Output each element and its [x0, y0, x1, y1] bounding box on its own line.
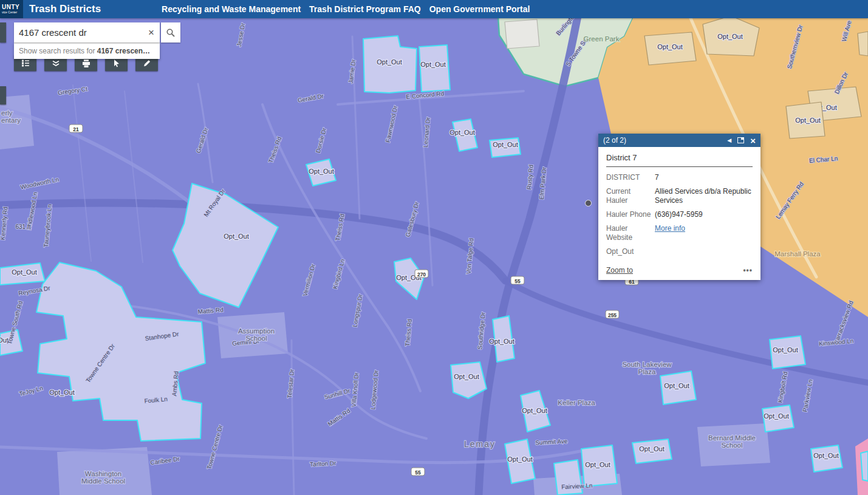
- optout-label: Opt_Out: [12, 268, 37, 276]
- popup-pager: (2 of 2): [603, 136, 721, 145]
- place-label: Green Park: [584, 35, 620, 43]
- search-box: ×: [14, 22, 160, 43]
- clear-search-icon[interactable]: ×: [143, 22, 160, 43]
- optout-label: Opt_Out: [657, 43, 683, 50]
- optout-label: Opt_Out: [309, 168, 334, 175]
- optout-label: Opt_Out: [420, 61, 446, 68]
- county-logo: UNTY vice Center: [0, 0, 23, 18]
- optout-label: Opt_Out: [773, 346, 798, 353]
- search-input[interactable]: [14, 27, 143, 38]
- popup-field-row: Hauler Phone (636)947-5959: [606, 210, 753, 219]
- popup-field-row: Hauler Website More info: [606, 224, 753, 242]
- optout-parcel[interactable]: [419, 45, 450, 92]
- optout-label: Opt_Out: [764, 412, 789, 420]
- print-icon: [81, 58, 91, 68]
- collapsed-widget-tab[interactable]: [0, 86, 6, 104]
- popup-menu-ellipsis-icon[interactable]: •••: [743, 266, 753, 275]
- app-header: UNTY vice Center Trash Districts Recycli…: [0, 0, 868, 18]
- optout-label: Opt_Out: [585, 461, 610, 468]
- optout-label: Opt_Out: [507, 456, 533, 463]
- field-label: Hauler Phone: [606, 210, 655, 219]
- popup-close-button[interactable]: ×: [750, 136, 756, 145]
- search-suggestion[interactable]: Show search results for 4167 crescen…: [14, 43, 160, 59]
- optout-label: Opt_Out: [717, 33, 743, 40]
- legend-icon: [21, 58, 30, 68]
- popup-body: District 7 DISTRICT 7 Current Hauler All…: [598, 147, 760, 280]
- pencil-icon: [142, 58, 152, 68]
- place-label: Lemay: [464, 439, 496, 449]
- highway-shield-label: 255: [608, 312, 617, 318]
- optout-parcel[interactable]: [861, 451, 868, 481]
- nav-link-faq[interactable]: Trash District Program FAQ: [309, 4, 421, 14]
- popup-field-row: Current Hauler Allied Services d/b/a Rep…: [606, 187, 753, 205]
- feature-popup: (2 of 2) ◀ × District 7 DISTRICT 7 Curre…: [598, 134, 760, 280]
- popup-footer: Zoom to •••: [606, 266, 753, 275]
- more-info-link[interactable]: More info: [655, 224, 685, 233]
- field-label: Current Hauler: [606, 187, 655, 205]
- optout-label: Opt_Out: [813, 452, 839, 459]
- popup-title: District 7: [606, 153, 753, 167]
- optout-label: Opt_Out: [639, 445, 665, 452]
- dock-icon: [737, 137, 744, 143]
- popup-header: (2 of 2) ◀ ×: [598, 134, 760, 147]
- field-value: 7: [655, 173, 659, 182]
- highway-shield-label: 21: [73, 126, 79, 132]
- optout-label: Opt_Out: [454, 373, 479, 380]
- optout-label: Opt_Out: [49, 389, 75, 396]
- highway-shield-label: 55: [514, 278, 521, 284]
- header-nav: Recycling and Waste Management Trash Dis…: [162, 4, 530, 14]
- logo-text-bottom: vice Center: [2, 10, 23, 15]
- optout-label: Opt_Out: [449, 129, 475, 136]
- cursor-arrow-icon: [112, 58, 121, 68]
- logo-text-top: UNTY: [2, 4, 23, 10]
- field-label: DISTRICT: [606, 173, 655, 182]
- optout-label: Opt_Out: [664, 382, 689, 389]
- place-label: Marshall Plaza: [774, 250, 821, 258]
- building-optout-parcel[interactable]: [505, 19, 539, 49]
- collapsed-widget-tab[interactable]: [0, 22, 6, 43]
- popup-prev-button[interactable]: ◀: [727, 137, 731, 143]
- optout-label: Opt_Out: [377, 58, 402, 66]
- popup-dock-button[interactable]: [737, 137, 744, 143]
- street-label: 631 ft: [15, 224, 30, 230]
- search-widget: × Show search results for 4167 crescen…: [14, 22, 180, 59]
- popup-field-row: DISTRICT 7: [606, 173, 753, 182]
- search-icon: [166, 28, 176, 38]
- optout-label: Opt_Out: [493, 141, 518, 148]
- suggestion-query: 4167 crescen…: [97, 47, 150, 55]
- page-title: Trash Districts: [29, 3, 101, 15]
- popup-anchor-dot: [585, 200, 592, 207]
- optout-label: Opt_Out: [224, 233, 249, 240]
- zoom-to-link[interactable]: Zoom to: [606, 266, 633, 275]
- building-optout-parcel[interactable]: [858, 32, 868, 56]
- popup-field-row: Opt_Out: [606, 247, 753, 256]
- highway-shield-label: 55: [415, 469, 421, 476]
- optout-label: Opt_Out: [522, 407, 547, 414]
- place-label: WashingtonMiddle School: [81, 470, 125, 485]
- layers-icon: [51, 58, 61, 68]
- search-button[interactable]: [161, 22, 180, 43]
- optout-label: Opt_Out: [795, 117, 821, 124]
- optout-label: Opt_Out: [489, 338, 514, 345]
- field-value: (636)947-5959: [655, 210, 703, 219]
- highway-shield-label: 270: [417, 271, 426, 278]
- nav-link-recycling[interactable]: Recycling and Waste Management: [162, 4, 301, 14]
- place-label: Keller Plaza: [558, 399, 595, 406]
- field-label: Hauler Website: [606, 224, 655, 242]
- street-label: Tarlton Dr: [310, 460, 337, 468]
- field-label: Opt_Out: [606, 247, 655, 256]
- suggestion-prefix: Show search results for: [19, 47, 97, 55]
- field-value: Allied Services d/b/a Republic Services: [655, 187, 753, 205]
- nav-link-portal[interactable]: Open Government Portal: [429, 4, 530, 14]
